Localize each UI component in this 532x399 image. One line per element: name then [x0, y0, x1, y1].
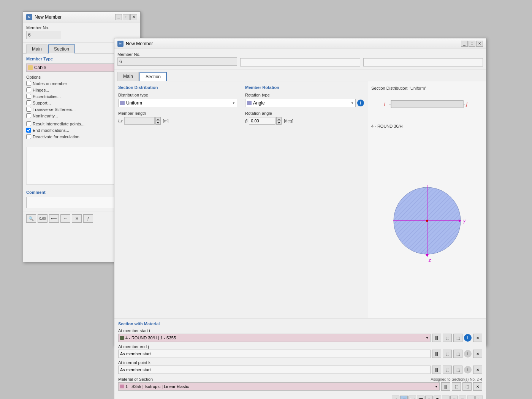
ip-btnx[interactable]: ✕	[473, 366, 482, 374]
rot-type-color	[247, 101, 252, 105]
bg-option-nodes-cb[interactable]	[26, 81, 31, 86]
ms-info[interactable]: i	[464, 334, 472, 342]
beta-row: β ▲ ▼ [deg]	[245, 117, 364, 125]
shape-btn2[interactable]: ▣	[400, 396, 408, 399]
rotation-info-icon[interactable]: i	[357, 100, 364, 106]
beta-spin-up[interactable]: ▲	[276, 117, 282, 121]
lz-input-group: ▲ ▼ [m]	[124, 117, 169, 125]
bg-tab-main[interactable]: Main	[26, 44, 48, 54]
bg-window-controls[interactable]: _ □ ✕	[115, 14, 137, 20]
bg-option-hinges-cb[interactable]	[26, 87, 31, 92]
main-empty-field-2[interactable]	[240, 58, 360, 66]
bg-titlebar: N New Member _ □ ✕	[23, 12, 140, 22]
shape-btn8[interactable]: ⊞	[450, 396, 458, 399]
me-btn1[interactable]: |||	[432, 350, 441, 358]
main-empty-field-3[interactable]	[363, 58, 483, 66]
lz-label: Lz	[118, 119, 123, 123]
shape-btn11[interactable]: ✕	[475, 396, 483, 399]
bg-toolbar-arrow2[interactable]: ↔	[60, 214, 70, 223]
member-rotation-panel: Member Rotation Rotation type Angle ▼ i …	[241, 81, 368, 318]
ip-btn3[interactable]: ⬚	[453, 366, 462, 374]
main-member-no-input[interactable]	[117, 57, 237, 66]
ms-btn3[interactable]: ⬚	[453, 334, 462, 342]
material-dropdown[interactable]: 1 - S355 | Isotropic | Linear Elastic ▼	[118, 382, 440, 391]
shape-btn7[interactable]: ⊥	[442, 396, 450, 399]
bg-option-support-cb[interactable]	[26, 100, 31, 105]
ms-btn1[interactable]: |||	[432, 334, 441, 342]
internal-point-controls: As member start ||| ⬚ ⬚ i ✕	[118, 366, 482, 374]
bg-option-eccentricities-label: Eccentricities...	[33, 94, 61, 99]
shape-btn10[interactable]: ▾	[467, 396, 475, 399]
main-maximize-button[interactable]: □	[469, 41, 475, 47]
beta-input[interactable]	[249, 117, 276, 125]
me-info[interactable]: i	[464, 350, 472, 358]
bg-toolbar-search[interactable]: 🔍	[26, 214, 36, 223]
main-close-button[interactable]: ✕	[476, 41, 483, 47]
minimize-button[interactable]: _	[115, 14, 122, 20]
mat-btnx[interactable]: ✕	[473, 382, 482, 391]
ms-btn2[interactable]: ⬚	[443, 334, 452, 342]
ip-info[interactable]: i	[464, 366, 472, 374]
material-controls: 1 - S355 | Isotropic | Linear Elastic ▼ …	[118, 382, 482, 391]
shape-btn9[interactable]: ⊟	[459, 396, 466, 399]
bg-opt-deactivate-cb[interactable]	[26, 134, 31, 139]
shape-btn3[interactable]: ⬜	[408, 396, 416, 399]
member-end-controls: As member start ||| ⬚ ⬚ i ✕	[118, 350, 482, 358]
ip-btn1[interactable]: |||	[432, 366, 441, 374]
main-field3	[363, 52, 483, 66]
svg-point-14	[426, 220, 428, 222]
rot-type-value: Angle	[253, 100, 351, 106]
rot-type-dropdown[interactable]: Angle ▼	[245, 99, 356, 107]
preview-title: Section Distribution: 'Uniform'	[371, 84, 483, 92]
internal-point-dropdown[interactable]: As member start	[118, 366, 431, 374]
lz-input[interactable]	[124, 117, 155, 125]
bg-option-nodes-label: Nodes on member	[33, 81, 67, 86]
bg-opt-end-mod-cb[interactable]	[26, 128, 31, 133]
mat-btn2[interactable]: ⬚	[452, 382, 461, 391]
member-rot-title: Member Rotation	[245, 85, 364, 90]
bg-option-transverse-cb[interactable]	[26, 107, 31, 112]
lz-spin-down[interactable]: ▼	[155, 121, 161, 125]
dist-type-dropdown[interactable]: Uniform ▼	[118, 99, 237, 107]
main-window-controls[interactable]: _ □ ✕	[461, 41, 483, 47]
bg-option-transverse-label: Transverse Stiffeners...	[33, 107, 76, 112]
material-dot	[120, 385, 124, 388]
close-button[interactable]: ✕	[130, 14, 137, 20]
shape-btn1[interactable]: ↺	[392, 396, 399, 399]
lz-spin-up[interactable]: ▲	[155, 117, 161, 121]
maximize-button[interactable]: □	[123, 14, 130, 20]
rot-type-arrow: ▼	[351, 101, 354, 105]
bg-toolbar-fn[interactable]: ƒ	[83, 214, 93, 223]
bg-toolbar-x[interactable]: ✕	[72, 214, 82, 223]
member-end-dropdown[interactable]: As member start	[118, 350, 431, 358]
bg-option-eccentricities-cb[interactable]	[26, 94, 31, 99]
ms-btnx[interactable]: ✕	[473, 334, 482, 342]
member-end-row: At member end j As member start ||| ⬚ ⬚ …	[118, 344, 482, 358]
me-btnx[interactable]: ✕	[473, 350, 482, 358]
main-window: N New Member _ □ ✕ Member No. Main Secti…	[114, 38, 486, 346]
bg-toolbar-decimal[interactable]: 0.00	[38, 214, 48, 223]
main-minimize-button[interactable]: _	[461, 41, 468, 47]
bg-toolbar-arrow1[interactable]: ⟵	[49, 214, 59, 223]
main-tab-section[interactable]: Section	[139, 72, 167, 81]
member-start-dropdown[interactable]: 4 - ROUND 30/H | 1 - S355 ▼	[118, 334, 431, 342]
bg-member-no-input[interactable]	[26, 31, 61, 39]
section-name-label: 4 - ROUND 30/H	[371, 122, 483, 130]
mat-btn1[interactable]: |||	[441, 382, 450, 391]
main-tab-main[interactable]: Main	[117, 72, 139, 81]
me-btn2[interactable]: ⬚	[443, 350, 452, 358]
beta-input-group: ▲ ▼ [deg]	[249, 117, 293, 125]
shape-btn5[interactable]: I	[425, 396, 433, 399]
mat-btn3[interactable]: ⬚	[462, 382, 472, 391]
lz-unit: [m]	[163, 119, 169, 123]
shape-btn4[interactable]: ⬛	[417, 396, 424, 399]
bg-tab-section[interactable]: Section	[48, 44, 75, 54]
shape-btn6[interactable]: T	[434, 396, 441, 399]
member-start-controls: 4 - ROUND 30/H | 1 - S355 ▼ ||| ⬚ ⬚ i ✕	[118, 334, 482, 342]
beta-spin-down[interactable]: ▼	[276, 121, 282, 125]
internal-point-row: At internal point k As member start ||| …	[118, 360, 482, 374]
bg-option-nonlinearity-cb[interactable]	[26, 113, 31, 118]
ip-btn2[interactable]: ⬚	[443, 366, 452, 374]
bg-opt-result-cb[interactable]	[26, 121, 31, 126]
me-btn3[interactable]: ⬚	[453, 350, 462, 358]
